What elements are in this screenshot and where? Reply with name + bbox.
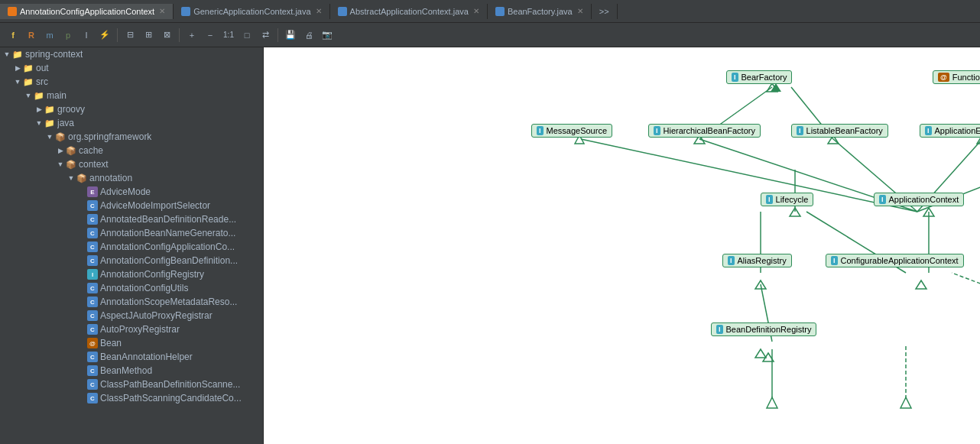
sidebar-item-advicemodeimportselector[interactable]: ▶ C AdviceModeImportSelector [0,199,263,212]
sidebar-item-annotationscopemetadatareso[interactable]: ▶ C AnnotationScopeMetadataReso... [0,295,263,309]
sidebar-item-beanannotationhelper[interactable]: ▶ C BeanAnnotationHelper [0,350,263,364]
diagram-area[interactable]: I BearFactory @ FunctionalInterface I Me… [264,47,980,444]
sidebar-item-autoproxyregistrar[interactable]: ▶ C AutoProxyRegistrar [0,322,263,336]
icon-bean: @ [87,338,98,348]
toolbar-btn-filter[interactable]: ⊟ [122,27,138,44]
svg-marker-21 [923,208,934,216]
tab-icon-abstract [338,7,347,16]
toolbar-btn-zoomin[interactable]: + [183,27,200,44]
arrow-annotation[interactable]: ▼ [66,173,76,183]
toolbar-sep-1 [117,28,118,42]
sidebar-item-src[interactable]: ▼ 📁 src [0,75,263,89]
label-aspectjautoproxyregistrar: AspectJAutoProxyRegistrar [100,310,213,321]
tab-label-more: >> [599,7,609,16]
icon-classpathbeandefinitionscanner: C [87,379,98,390]
toolbar-btn-print[interactable]: 🖨 [300,27,317,44]
sidebar-item-annotationconfigregistry[interactable]: ▶ I AnnotationConfigRegistry [0,267,263,281]
tab-close-abstract[interactable]: ✕ [473,7,479,15]
sidebar-item-advicemode[interactable]: ▶ E AdviceMode [0,185,263,199]
uml-label-bearfactory: BearFactory [741,73,787,82]
svg-marker-25 [763,353,774,361]
label-main: main [47,90,67,101]
sidebar-item-aspectjautoproxyregistrar[interactable]: ▶ C AspectJAutoProxyRegistrar [0,309,263,322]
uml-icon-listablebeafactory: I [797,126,803,135]
toolbar-btn-expand[interactable]: ⊞ [140,27,157,44]
arrow-main[interactable]: ▼ [23,90,34,101]
sidebar-item-spring-context[interactable]: ▼ 📁 spring-context [0,47,263,61]
folder-icon-main: 📁 [34,90,44,101]
toolbar-btn-m[interactable]: m [41,27,58,44]
svg-marker-24 [755,349,766,358]
arrow-groovy[interactable]: ▶ [34,104,44,115]
uml-node-applicationeventpublisher[interactable]: I ApplicationEventPublisher [920,124,980,138]
toolbar-btn-r[interactable]: R [23,27,40,44]
uml-icon-bearfactory: I [732,73,738,82]
uml-label-functionalinterface: FunctionalInterface [952,73,980,82]
arrow-java[interactable]: ▼ [34,118,44,128]
tab-close-generic[interactable]: ✕ [316,7,322,15]
toolbar-btn-swap[interactable]: ⇄ [257,27,274,44]
tab-bar: AnnotationConfigApplicationContext ✕ Gen… [0,0,980,23]
tab-more[interactable]: >> [592,4,618,19]
sidebar-item-annotationconfigbeandefinition[interactable]: ▶ C AnnotationConfigBeanDefinition... [0,254,263,267]
uml-icon-beandefinitionregistry: I [716,325,723,334]
uml-node-lifecycle[interactable]: I Lifecycle [761,193,813,206]
svg-line-3 [581,139,917,212]
sidebar-item-annotationconfigapplicationco[interactable]: ▶ C AnnotationConfigApplicationCo... [0,240,263,254]
tab-close-annotation[interactable]: ✕ [159,7,165,15]
toolbar-btn-1to1[interactable]: 1:1 [220,27,237,44]
sidebar-item-annotationconfigutils[interactable]: ▶ C AnnotationConfigUtils [0,281,263,295]
sidebar-item-beanmethod[interactable]: ▶ C BeanMethod [0,364,263,378]
sidebar-item-cache[interactable]: ▶ 📦 cache [0,144,263,157]
toolbar-btn-f[interactable]: f [5,27,21,44]
toolbar-btn-fit[interactable]: □ [239,27,255,44]
toolbar-btn-save[interactable]: 💾 [282,27,299,44]
icon-annotationbeannamegenerator: C [87,228,98,238]
sidebar-item-annotation[interactable]: ▼ 📦 annotation [0,171,263,185]
label-groovy: groovy [57,104,85,115]
sidebar-item-context[interactable]: ▼ 📦 context [0,157,263,171]
toolbar-btn-zoomout[interactable]: − [202,27,219,44]
toolbar-sep-3 [277,28,278,42]
tab-generic[interactable]: GenericApplicationContext.java ✕ [174,4,329,19]
arrow-out[interactable]: ▶ [12,63,23,73]
arrow-context[interactable]: ▼ [55,159,66,170]
uml-node-beandefinitionregistry[interactable]: I BeanDefinitionRegistry [711,322,816,336]
sidebar-item-classpathbeandefinitionscanner[interactable]: ▶ C ClassPathBeanDefinitionScanne... [0,378,263,391]
uml-node-applicationcontext[interactable]: I ApplicationContext [874,193,964,206]
uml-node-configurableapplicationcontext[interactable]: I ConfigurableApplicationContext [826,254,964,267]
uml-node-bearfactory[interactable]: I BearFactory [726,70,792,84]
toolbar-btn-layout[interactable]: ⊠ [158,27,175,44]
label-out: out [36,63,49,73]
tab-beanfactory[interactable]: BeanFactory.java ✕ [488,4,592,19]
tab-close-beanfactory[interactable]: ✕ [577,7,583,15]
sidebar-item-org-springframework[interactable]: ▼ 📦 org.springframework [0,130,263,144]
tab-abstract[interactable]: AbstractApplicationContext.java ✕ [330,4,488,19]
arrow-org-springframework[interactable]: ▼ [44,131,55,142]
label-advicemode: AdviceMode [100,186,151,197]
arrow-src[interactable]: ▼ [12,76,23,87]
sidebar-item-bean[interactable]: ▶ @ Bean [0,336,263,350]
uml-node-aliasregistry[interactable]: I AliasRegistry [722,254,792,267]
sidebar-item-out[interactable]: ▶ 📁 out [0,61,263,75]
uml-node-listablebeafactory[interactable]: I ListableBeanFactory [791,124,888,138]
uml-icon-messagesource: I [537,126,544,135]
tab-annotation-config[interactable]: AnnotationConfigApplicationContext ✕ [0,4,174,19]
uml-icon-applicationcontext: I [879,195,886,204]
arrow-spring-context[interactable]: ▼ [2,49,12,60]
sidebar-item-classpathscanningcandidateco[interactable]: ▶ C ClassPathScanningCandidateCo... [0,391,263,405]
toolbar-btn-screenshot[interactable]: 📷 [319,27,336,44]
uml-label-hierarchicalbeafactory: HierarchicalBeanFactory [664,126,755,135]
arrow-cache[interactable]: ▶ [55,145,66,156]
sidebar-item-groovy[interactable]: ▶ 📁 groovy [0,102,263,116]
sidebar-item-java[interactable]: ▼ 📁 java [0,116,263,130]
uml-node-hierarchicalbeafactory[interactable]: I HierarchicalBeanFactory [648,124,761,138]
toolbar-btn-p[interactable]: p [60,27,76,44]
toolbar-btn-lightning[interactable]: ⚡ [96,27,113,44]
sidebar-item-annotatedbeandefinitionreader[interactable]: ▶ C AnnotatedBeanDefinitionReade... [0,212,263,226]
toolbar-btn-i[interactable]: I [78,27,95,44]
uml-node-messagesource[interactable]: I MessageSource [531,124,612,138]
sidebar-item-main[interactable]: ▼ 📁 main [0,89,263,102]
uml-node-functionalinterface[interactable]: @ FunctionalInterface [933,70,980,84]
sidebar-item-annotationbeannamegenerator[interactable]: ▶ C AnnotationBeanNameGenerato... [0,226,263,240]
